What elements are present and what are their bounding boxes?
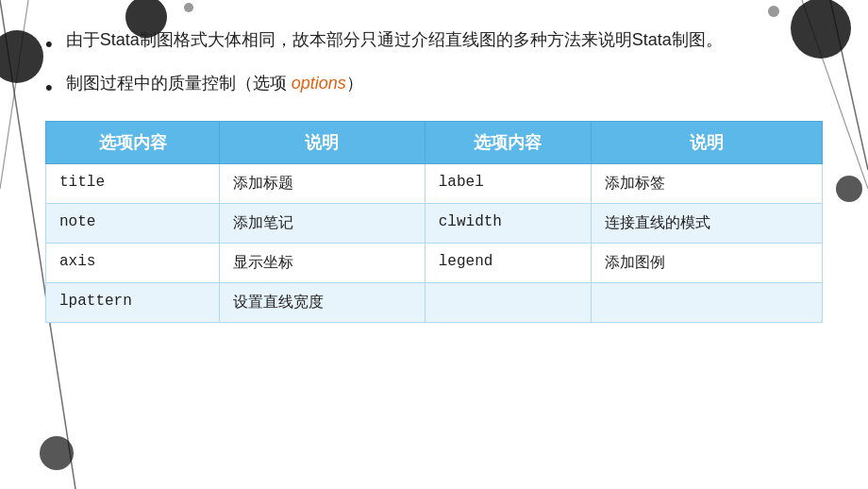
table-body: title添加标题label添加标签note添加笔记clwidth连接直线的模式… (46, 164, 823, 323)
options-keyword: options (292, 74, 346, 93)
table-cell-r3-c1: 设置直线宽度 (220, 283, 426, 323)
table-cell-r1-c3: 连接直线的模式 (591, 204, 822, 244)
table-cell-r2-c1: 显示坐标 (220, 244, 426, 283)
table-row: note添加笔记clwidth连接直线的模式 (46, 204, 823, 244)
bullet-text-2: 制图过程中的质量控制（选项 options） (66, 70, 363, 97)
main-content: 由于Stata制图格式大体相同，故本部分只通过介绍直线图的多种方法来说明Stat… (0, 0, 868, 342)
table-cell-r1-c2: clwidth (425, 204, 591, 244)
svg-point-8 (40, 436, 74, 470)
table-cell-r1-c0: note (46, 204, 220, 244)
col-header-2: 说明 (220, 122, 426, 164)
table-cell-r3-c3 (591, 283, 822, 323)
col-header-1: 选项内容 (46, 122, 220, 164)
options-table: 选项内容 说明 选项内容 说明 title添加标题label添加标签note添加… (45, 121, 823, 323)
table-row: title添加标题label添加标签 (46, 164, 823, 204)
bullet-list: 由于Stata制图格式大体相同，故本部分只通过介绍直线图的多种方法来说明Stat… (45, 26, 823, 104)
bullet-text-1: 由于Stata制图格式大体相同，故本部分只通过介绍直线图的多种方法来说明Stat… (66, 26, 723, 54)
table-cell-r3-c0: lpattern (46, 283, 220, 323)
table-row: axis显示坐标legend添加图例 (46, 244, 823, 283)
table-cell-r3-c2 (425, 283, 591, 323)
table-cell-r2-c0: axis (46, 244, 220, 283)
col-header-3: 选项内容 (425, 122, 591, 164)
table-cell-r0-c0: title (46, 164, 220, 204)
table-cell-r0-c1: 添加标题 (220, 164, 426, 204)
table-header-row: 选项内容 说明 选项内容 说明 (46, 122, 823, 164)
bullet-item-2: 制图过程中的质量控制（选项 options） (45, 70, 823, 104)
bullet-text-2-after: ） (346, 74, 363, 93)
col-header-4: 说明 (591, 122, 822, 164)
table-cell-r0-c2: label (425, 164, 591, 204)
table-row: lpattern设置直线宽度 (46, 283, 823, 323)
bullet-text-2-before: 制图过程中的质量控制（选项 (66, 74, 292, 93)
bullet-item-1: 由于Stata制图格式大体相同，故本部分只通过介绍直线图的多种方法来说明Stat… (45, 26, 823, 60)
table-cell-r2-c3: 添加图例 (591, 244, 822, 283)
table-cell-r2-c2: legend (425, 244, 591, 283)
table-cell-r0-c3: 添加标签 (591, 164, 822, 204)
table-cell-r1-c1: 添加笔记 (220, 204, 426, 244)
